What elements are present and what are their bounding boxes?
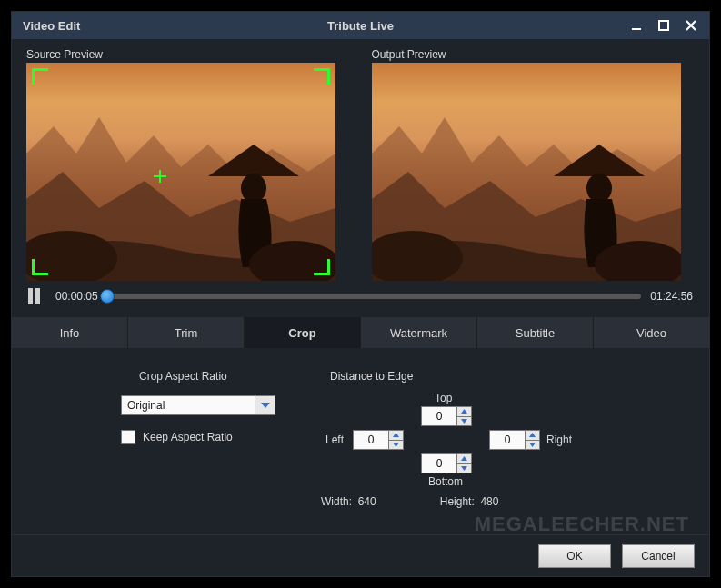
output-preview-col: Output Preview bbox=[372, 48, 696, 281]
edge-distance-section: Distance to Edge Top 0 Left 0 0 Right bbox=[330, 370, 682, 525]
maximize-button[interactable] bbox=[656, 18, 671, 33]
tab-video[interactable]: Video bbox=[594, 317, 709, 348]
cancel-button[interactable]: Cancel bbox=[622, 544, 695, 568]
spinner-down-icon[interactable] bbox=[389, 440, 404, 451]
crop-handle-tl[interactable] bbox=[32, 68, 48, 85]
tabs-bar: Info Trim Crop Watermark Subtitle Video bbox=[12, 317, 709, 348]
crop-aspect-section: Crop Aspect Ratio Original Keep Aspect R… bbox=[39, 370, 275, 525]
svg-point-7 bbox=[586, 174, 612, 203]
window-controls bbox=[629, 18, 709, 33]
crop-handle-tr[interactable] bbox=[314, 68, 330, 85]
edge-left-value: 0 bbox=[353, 430, 389, 450]
edge-grid: Top 0 Left 0 0 Right 0 bbox=[330, 395, 682, 504]
width-readout: Width: 640 bbox=[321, 495, 376, 508]
spinner-up-icon[interactable] bbox=[526, 430, 540, 440]
source-preview-label: Source Preview bbox=[26, 48, 350, 61]
spinner-up-icon[interactable] bbox=[457, 453, 472, 463]
spinner-up-icon[interactable] bbox=[389, 430, 404, 440]
aspect-ratio-label: Crop Aspect Ratio bbox=[121, 370, 275, 383]
tab-trim[interactable]: Trim bbox=[128, 317, 245, 348]
ok-button[interactable]: OK bbox=[538, 544, 611, 568]
timeline-slider[interactable] bbox=[107, 294, 642, 299]
edge-left-label: Left bbox=[325, 434, 344, 446]
edge-bottom-value: 0 bbox=[421, 453, 457, 473]
distance-to-edge-label: Distance to Edge bbox=[330, 370, 682, 383]
dropdown-arrow-icon[interactable] bbox=[255, 395, 275, 415]
aspect-ratio-value: Original bbox=[121, 395, 255, 415]
dialog-footer: OK Cancel bbox=[12, 534, 709, 576]
tab-subtitle[interactable]: Subtitle bbox=[477, 317, 594, 348]
titlebar: Video Edit Tribute Live bbox=[12, 12, 709, 39]
edge-bottom-input[interactable]: 0 bbox=[421, 453, 472, 473]
edge-right-value: 0 bbox=[489, 430, 526, 450]
tab-watermark[interactable]: Watermark bbox=[361, 317, 477, 348]
spinner-down-icon[interactable] bbox=[457, 463, 472, 474]
source-preview[interactable] bbox=[26, 63, 335, 281]
output-preview-label: Output Preview bbox=[372, 48, 696, 61]
previews-row: Source Preview bbox=[12, 39, 709, 281]
edge-top-label: Top bbox=[435, 392, 452, 404]
window-title: Tribute Live bbox=[327, 19, 394, 33]
tab-crop[interactable]: Crop bbox=[245, 317, 361, 348]
keep-aspect-row: Keep Aspect Ratio bbox=[121, 430, 275, 444]
timeline-thumb[interactable] bbox=[100, 289, 115, 304]
total-time: 01:24:56 bbox=[650, 290, 693, 303]
keep-aspect-label: Keep Aspect Ratio bbox=[143, 431, 233, 443]
spinner-down-icon[interactable] bbox=[526, 440, 540, 451]
output-preview-scene bbox=[372, 63, 681, 281]
height-readout: Height: 480 bbox=[440, 495, 499, 508]
app-name: Video Edit bbox=[12, 19, 80, 33]
crop-panel: Crop Aspect Ratio Original Keep Aspect R… bbox=[12, 348, 709, 534]
minimize-button[interactable] bbox=[629, 18, 644, 33]
spinner-up-icon[interactable] bbox=[457, 406, 472, 416]
video-edit-window: Video Edit Tribute Live Source Preview bbox=[11, 11, 710, 577]
crop-handle-bl[interactable] bbox=[32, 259, 48, 275]
source-preview-col: Source Preview bbox=[26, 48, 350, 281]
close-button[interactable] bbox=[684, 18, 698, 33]
current-time: 00:00:05 bbox=[55, 290, 98, 303]
output-preview bbox=[372, 63, 681, 281]
edge-left-input[interactable]: 0 bbox=[353, 430, 404, 450]
crop-center-marker[interactable] bbox=[154, 170, 166, 183]
svg-point-4 bbox=[241, 174, 266, 203]
spinner-down-icon[interactable] bbox=[457, 416, 472, 427]
source-preview-scene bbox=[26, 63, 335, 281]
edge-right-input[interactable]: 0 bbox=[489, 430, 540, 450]
play-pause-button[interactable] bbox=[28, 288, 46, 304]
crop-handle-br[interactable] bbox=[314, 259, 330, 275]
svg-rect-1 bbox=[659, 21, 668, 30]
edge-bottom-label: Bottom bbox=[428, 475, 463, 488]
edge-right-label: Right bbox=[546, 434, 572, 446]
edge-top-value: 0 bbox=[421, 406, 457, 426]
aspect-ratio-dropdown[interactable]: Original bbox=[121, 395, 275, 415]
keep-aspect-checkbox[interactable] bbox=[121, 430, 135, 444]
tab-info[interactable]: Info bbox=[12, 317, 128, 348]
timeline: 00:00:05 01:24:56 bbox=[12, 281, 709, 317]
edge-top-input[interactable]: 0 bbox=[421, 406, 472, 426]
